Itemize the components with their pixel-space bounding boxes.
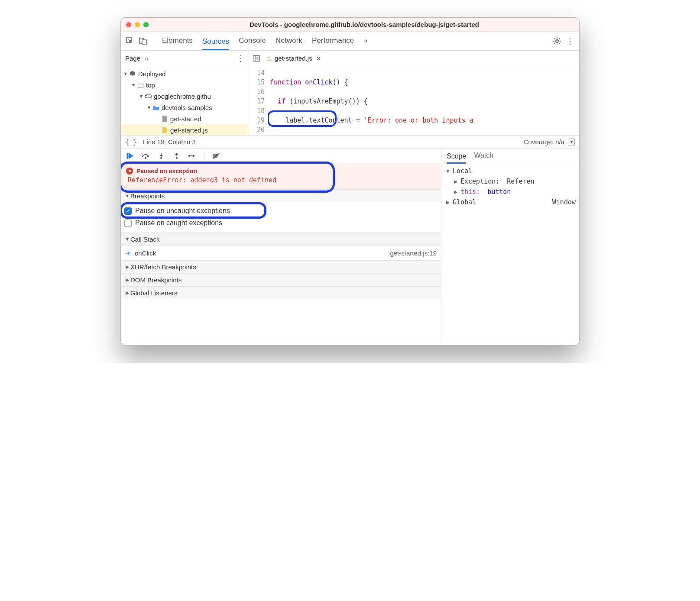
devtools-window: DevTools - googlechrome.github.io/devtoo… (120, 17, 580, 346)
step-over-icon[interactable] (141, 151, 150, 161)
tab-scope[interactable]: Scope (447, 150, 466, 164)
xhr-breakpoints-header[interactable]: ▶ XHR/fetch Breakpoints (121, 260, 441, 273)
device-toggle-icon[interactable] (137, 36, 149, 47)
page-tab[interactable]: Page (125, 55, 140, 62)
minimize-window-icon[interactable] (135, 22, 140, 27)
disclosure-triangle-icon[interactable]: ▼ (146, 105, 152, 110)
code-editor[interactable]: 14 15 16 17 18 19 20 21 function onClick… (249, 66, 579, 135)
step-icon[interactable] (188, 151, 197, 161)
file-tab-label: get-started.js (275, 55, 312, 62)
checkbox-checked-icon[interactable]: ✓ (124, 207, 132, 215)
editor-head: ⚠ get-started.js × (249, 51, 579, 66)
coverage-status: Coverage: n/a ▾ (524, 138, 575, 145)
coverage-label: Coverage: n/a (524, 138, 564, 145)
callstack-frame[interactable]: ➔ onClick get-started.js:19 (121, 246, 441, 260)
close-tab-icon[interactable]: × (317, 55, 321, 62)
titlebar: DevTools - googlechrome.github.io/devtoo… (121, 18, 579, 32)
pretty-print-icon[interactable]: { } (125, 138, 137, 146)
breakpoints-body: ✓ Pause on uncaught exceptions Pause on … (121, 202, 441, 233)
tree-folder[interactable]: ▼ devtools-samples (121, 102, 249, 113)
global-listeners-header[interactable]: ▶ Global Listeners (121, 286, 441, 299)
panel-tabs: Elements Sources Console Network Perform… (162, 33, 368, 49)
scope-pane: Scope Watch ▼Local ▶Exception: Referen ▶… (441, 149, 579, 345)
settings-gear-icon[interactable] (551, 36, 563, 47)
cursor-position: Line 19, Column 3 (143, 138, 196, 145)
frame-location: get-started.js:19 (390, 249, 437, 257)
disclosure-triangle-icon[interactable]: ▶ (124, 264, 130, 270)
file-tab[interactable]: ⚠ get-started.js × (263, 55, 324, 62)
inspect-icon[interactable] (124, 36, 136, 47)
current-frame-icon: ➔ (125, 249, 130, 256)
breakpoints-header[interactable]: ▼ Breakpoints (121, 189, 441, 202)
js-file-icon (161, 127, 169, 133)
code-lines: function onClick() { if (inputsAreEmpty(… (268, 66, 579, 135)
tree-deployed[interactable]: ▼ Deployed (121, 68, 249, 79)
scope-global[interactable]: ▶GlobalWindow (445, 197, 576, 207)
frame-icon (136, 83, 144, 87)
main-toolbar: Elements Sources Console Network Perform… (121, 32, 579, 51)
section-label: Global Listeners (130, 289, 177, 297)
resume-icon[interactable] (125, 151, 135, 161)
disclosure-triangle-icon[interactable]: ▶ (124, 290, 130, 296)
cloud-icon (144, 94, 152, 99)
tab-elements[interactable]: Elements (162, 33, 193, 49)
svg-point-23 (188, 155, 190, 157)
scope-tabs: Scope Watch (441, 149, 579, 163)
debugger-pane: ✕ Paused on exception ReferenceError: ad… (121, 149, 579, 345)
section-label: Breakpoints (130, 192, 165, 200)
tree-file-js[interactable]: get-started.js (121, 124, 249, 135)
scope-local[interactable]: ▼Local (445, 166, 576, 176)
tab-watch[interactable]: Watch (474, 149, 493, 162)
checkbox-label: Pause on caught exceptions (135, 219, 222, 227)
tree-origin[interactable]: ▼ googlechrome.githu (121, 90, 249, 102)
svg-line-11 (559, 38, 560, 39)
tab-sources[interactable]: Sources (202, 34, 229, 50)
checkbox-unchecked-icon[interactable] (124, 220, 132, 227)
more-menu-icon[interactable]: ⋮ (564, 36, 576, 47)
debugger-toolbar (121, 149, 441, 163)
callstack-header[interactable]: ▼ Call Stack (121, 233, 441, 246)
tab-console[interactable]: Console (239, 33, 266, 49)
disclosure-triangle-icon[interactable]: ▼ (123, 71, 129, 76)
tab-performance[interactable]: Performance (312, 33, 354, 49)
disclosure-triangle-icon[interactable]: ▼ (124, 193, 130, 198)
tabs-overflow-icon[interactable]: » (363, 33, 367, 49)
tree-label: top (146, 81, 155, 89)
sources-main: Page » ⋮ ▼ Deployed ▼ top ▼ goog (121, 51, 579, 136)
deactivate-breakpoints-icon[interactable] (211, 151, 221, 161)
toggle-navigator-icon[interactable] (252, 54, 261, 63)
error-icon: ✕ (126, 168, 133, 174)
svg-line-10 (554, 43, 555, 44)
svg-line-8 (554, 38, 555, 39)
scope-this[interactable]: ▶this: button (445, 187, 576, 197)
close-window-icon[interactable] (126, 22, 131, 27)
disclosure-triangle-icon[interactable]: ▼ (138, 94, 144, 99)
step-into-icon[interactable] (156, 151, 166, 161)
tree-label: devtools-samples (162, 104, 212, 111)
scope-exception[interactable]: ▶Exception: Referen (445, 176, 576, 187)
disclosure-triangle-icon[interactable]: ▼ (124, 236, 130, 242)
debugger-left: ✕ Paused on exception ReferenceError: ad… (121, 149, 441, 345)
navigator-overflow-icon[interactable]: » (145, 55, 148, 62)
warning-icon: ⚠ (266, 55, 272, 62)
coverage-dropdown-icon[interactable]: ▾ (568, 139, 575, 145)
section-label: XHR/fetch Breakpoints (130, 263, 196, 271)
svg-point-3 (556, 40, 558, 42)
disclosure-triangle-icon[interactable]: ▶ (124, 277, 130, 283)
section-label: DOM Breakpoints (130, 276, 181, 284)
disclosure-triangle-icon[interactable]: ▼ (130, 82, 136, 87)
gutter: 14 15 16 17 18 19 20 21 (249, 66, 268, 135)
dom-breakpoints-header[interactable]: ▶ DOM Breakpoints (121, 273, 441, 286)
tree-label: Deployed (138, 70, 165, 78)
divider (154, 36, 154, 46)
tree-file-html[interactable]: get-started (121, 113, 249, 124)
tab-network[interactable]: Network (275, 33, 302, 49)
tree-top[interactable]: ▼ top (121, 79, 249, 90)
zoom-window-icon[interactable] (143, 22, 149, 27)
svg-point-21 (176, 157, 178, 159)
file-tree: ▼ Deployed ▼ top ▼ googlechrome.githu ▼ (121, 66, 249, 135)
pause-caught-row[interactable]: Pause on caught exceptions (124, 217, 438, 229)
step-out-icon[interactable] (172, 151, 181, 161)
svg-line-9 (559, 43, 560, 44)
pause-uncaught-row[interactable]: ✓ Pause on uncaught exceptions (124, 205, 438, 217)
